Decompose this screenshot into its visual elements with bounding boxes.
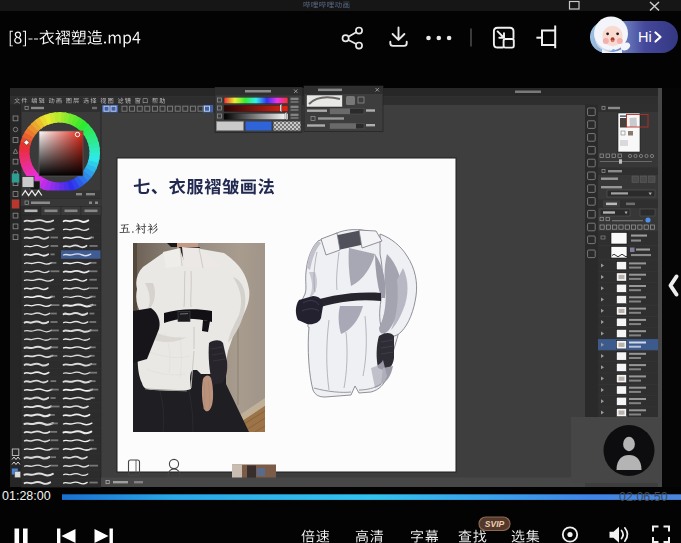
svg-text:Hi: Hi xyxy=(638,29,652,45)
svg-text:SVIP: SVIP xyxy=(485,519,505,529)
svg-text:01:28:00: 01:28:00 xyxy=(2,489,51,503)
svg-text:02:06:50: 02:06:50 xyxy=(619,490,668,504)
